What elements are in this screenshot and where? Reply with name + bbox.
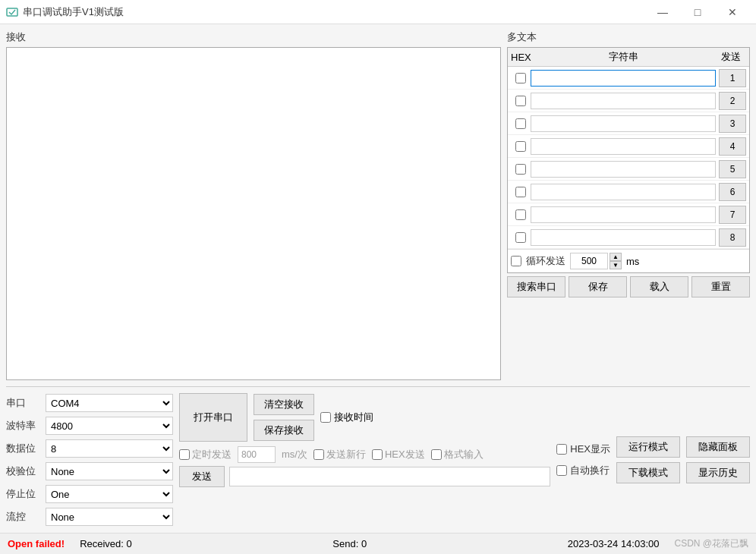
parity-select[interactable]: None [46, 462, 173, 480]
send-input-row: 发送 [179, 466, 550, 487]
spinner: ▲ ▼ [610, 253, 622, 269]
flowctrl-select[interactable]: None [46, 508, 173, 526]
row-4-send-btn[interactable]: 4 [719, 137, 746, 156]
row-7-checkbox[interactable] [515, 209, 526, 220]
watermark-text: CSDN @花落已飘 [674, 537, 748, 550]
row-6-checkbox[interactable] [515, 187, 526, 197]
row-5-checkbox-wrap [511, 164, 531, 175]
load-btn[interactable]: 载入 [630, 276, 688, 297]
receive-panel: 接收 [6, 30, 501, 380]
open-failed-text: Open failed! [8, 538, 65, 549]
row-8-checkbox[interactable] [515, 232, 526, 243]
parity-row: 校验位 None [6, 461, 173, 481]
baudrate-label: 波特率 [6, 419, 46, 433]
save-btn[interactable]: 保存 [569, 276, 627, 297]
recv-time-label: 接收时间 [334, 411, 373, 424]
stopbits-select[interactable]: One [46, 485, 173, 503]
multitext-label: 多文本 [507, 30, 750, 44]
search-port-btn[interactable]: 搜索串口 [507, 276, 565, 297]
timed-send-checkbox[interactable] [179, 449, 190, 460]
multitext-row-4: 4 [508, 135, 749, 158]
timed-value-input[interactable] [238, 446, 276, 463]
send-text-input[interactable] [229, 467, 550, 486]
row-8-send-btn[interactable]: 8 [719, 228, 746, 247]
top-section: 接收 多文本 HEX 字符串 发送 1 [6, 30, 750, 380]
row-2-checkbox[interactable] [515, 96, 526, 106]
row-8-input[interactable] [531, 229, 716, 246]
row-4-input[interactable] [531, 138, 716, 155]
baudrate-row: 波特率 4800 [6, 416, 173, 436]
download-mode-btn[interactable]: 下载模式 [616, 462, 680, 483]
parity-label: 校验位 [6, 464, 46, 478]
row-7-checkbox-wrap [511, 209, 531, 220]
send-section: 定时发送 ms/次 发送新行 HEX发送 格式输入 [179, 446, 550, 487]
spinner-down[interactable]: ▼ [610, 261, 622, 269]
close-button[interactable]: ✕ [715, 0, 750, 24]
multitext-row-3: 3 [508, 112, 749, 135]
row-1-input[interactable] [531, 70, 716, 87]
multitext-header: HEX 字符串 发送 [508, 48, 749, 67]
row-3-checkbox[interactable] [515, 118, 526, 129]
baudrate-select[interactable]: 4800 [46, 417, 173, 435]
hex-display-checkbox[interactable] [556, 444, 567, 455]
status-bar: Open failed! Received: 0 Send: 0 2023-03… [0, 533, 756, 554]
save-recv-btn[interactable]: 保存接收 [254, 420, 314, 441]
receive-label: 接收 [6, 30, 501, 44]
show-history-btn[interactable]: 显示历史 [686, 462, 750, 483]
row-7-send-btn[interactable]: 7 [719, 206, 746, 224]
send-newline-checkbox[interactable] [313, 449, 324, 460]
timed-unit-label: ms/次 [282, 448, 307, 461]
databits-row: 数据位 8 [6, 439, 173, 458]
row-5-input[interactable] [531, 161, 716, 178]
minimize-button[interactable]: — [645, 0, 680, 24]
format-input-checkbox[interactable] [431, 449, 442, 460]
title-bar-controls: — □ ✕ [645, 0, 750, 24]
multitext-row-1: 1 [508, 67, 749, 90]
run-mode-btn[interactable]: 运行模式 [616, 436, 680, 458]
row-5-send-btn[interactable]: 5 [719, 160, 746, 178]
row-2-input[interactable] [531, 93, 716, 109]
reset-btn[interactable]: 重置 [691, 276, 750, 297]
loop-send-checkbox[interactable] [511, 256, 521, 266]
receive-textarea[interactable] [6, 47, 501, 380]
row-4-checkbox[interactable] [515, 141, 526, 152]
row-1-send-btn[interactable]: 1 [719, 69, 746, 87]
multitext-row-7: 7 [508, 203, 749, 226]
port-row: 串口 COM4 [6, 393, 173, 413]
hide-panel-btn[interactable]: 隐藏面板 [686, 436, 750, 458]
row-6-input[interactable] [531, 184, 716, 200]
send-newline-check: 发送新行 [313, 448, 366, 461]
title-bar-text: 串口调试助手V1测试版 [23, 5, 645, 19]
row-3-input[interactable] [531, 115, 716, 132]
clear-recv-btn[interactable]: 清空接收 [254, 394, 314, 415]
row-3-send-btn[interactable]: 3 [719, 115, 746, 133]
serial-settings: 串口 COM4 波特率 4800 数据位 8 校验位 None [6, 393, 173, 527]
recv-time-checkbox[interactable] [320, 412, 331, 423]
hex-send-label: HEX发送 [385, 448, 425, 461]
multitext-row-2: 2 [508, 90, 749, 112]
spinner-up[interactable]: ▲ [610, 253, 622, 261]
row-5-checkbox[interactable] [515, 164, 526, 175]
right-checks: HEX显示 自动换行 [556, 393, 610, 527]
row-7-input[interactable] [531, 206, 716, 223]
timed-send-label: 定时发送 [192, 448, 232, 461]
row-6-send-btn[interactable]: 6 [719, 183, 746, 201]
loop-row: 循环发送 ▲ ▼ ms [508, 249, 749, 272]
stopbits-row: 停止位 One [6, 484, 173, 504]
datetime-text: 2023-03-24 14:03:00 [568, 538, 660, 549]
loop-value-input[interactable] [570, 253, 608, 269]
open-port-btn[interactable]: 打开串口 [179, 393, 247, 442]
row-2-send-btn[interactable]: 2 [719, 92, 746, 110]
send-newline-label: 发送新行 [326, 448, 366, 461]
multitext-table: HEX 字符串 发送 1 2 [507, 47, 750, 273]
send-button[interactable]: 发送 [179, 466, 225, 487]
hex-send-checkbox[interactable] [372, 449, 383, 460]
maximize-button[interactable]: □ [680, 0, 715, 24]
multitext-panel: 多文本 HEX 字符串 发送 1 [507, 30, 750, 380]
databits-select[interactable]: 8 [46, 439, 173, 458]
port-select[interactable]: COM4 [46, 394, 173, 412]
auto-newline-checkbox[interactable] [556, 465, 567, 476]
port-label: 串口 [6, 396, 46, 410]
app-icon [6, 6, 18, 18]
row-1-checkbox[interactable] [515, 73, 526, 83]
